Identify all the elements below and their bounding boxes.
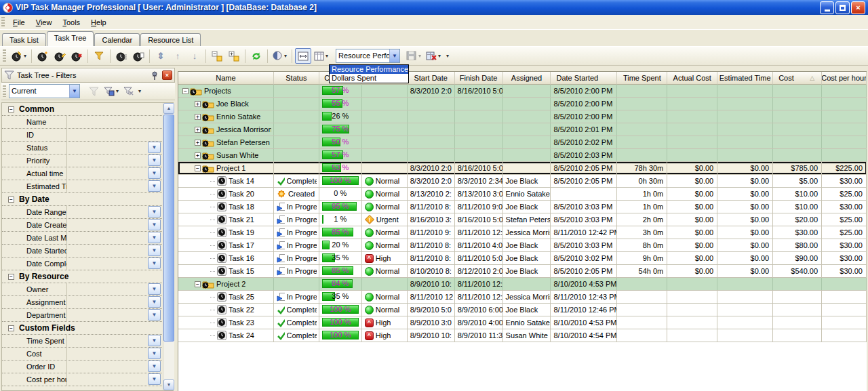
clear-filter-button[interactable] [121, 83, 137, 99]
tree-expander-expand[interactable]: + [195, 152, 201, 159]
filter-preset-combobox[interactable]: Current ▼ [9, 84, 80, 98]
clear-grouping-button[interactable]: ▾ [424, 48, 443, 64]
filter-dropdown-arrow-icon[interactable]: ▼ [148, 309, 161, 321]
column-header-finish-date[interactable]: Finish Date [455, 72, 503, 85]
tab-calendar[interactable]: Calendar [94, 33, 140, 46]
filter-field-value[interactable]: ▼ [66, 361, 173, 373]
filter-dropdown-arrow-icon[interactable]: ▼ [148, 258, 161, 269]
move-down-button[interactable]: ↓ [186, 48, 203, 64]
task-notes-button[interactable] [130, 48, 146, 64]
column-header-cost[interactable]: Cost△ [773, 72, 822, 85]
table-row-task-25[interactable]: Task 25In Progress35 %Normal8/11/2010 12… [178, 291, 867, 304]
table-row-projects[interactable]: −Projects57 %8/3/2010 2:08/16/2010 5:008… [178, 85, 867, 98]
filter-field-value[interactable]: ▼ [66, 245, 173, 257]
combobox-arrow-icon[interactable]: ▼ [69, 85, 79, 98]
filter-field-value[interactable] [66, 116, 173, 128]
table-row-task-14[interactable]: Task 14Completed100 %Normal8/3/2010 2:08… [178, 175, 867, 188]
apply-filter-button[interactable] [85, 83, 102, 99]
menu-item-help[interactable]: Help [85, 16, 112, 28]
save-filter-button[interactable]: ▾ [102, 83, 121, 99]
tree-expander-collapse[interactable]: − [195, 165, 201, 171]
minimize-button[interactable] [820, 1, 834, 14]
filter-dropdown-arrow-icon[interactable]: ▼ [148, 335, 161, 346]
tree-expander-expand[interactable]: + [195, 140, 201, 146]
filter-field-value[interactable]: ▼ [66, 232, 173, 244]
move-up-button[interactable]: ↑ [170, 48, 186, 64]
menu-item-file[interactable]: File [7, 16, 31, 28]
filter-section-custom-fields[interactable]: −Custom Fields [2, 322, 173, 335]
tab-resource-list[interactable]: Resource List [140, 33, 201, 46]
scrollbar-thumb[interactable] [163, 115, 174, 342]
filter-dropdown-arrow-icon[interactable]: ▼ [148, 296, 161, 308]
table-row-task-19[interactable]: Task 19In Progress85 %Normal8/11/2010 9:… [178, 226, 867, 239]
tree-expander-collapse[interactable]: − [195, 281, 201, 287]
column-header-date-started[interactable]: Date Started [551, 72, 617, 85]
column-header-name[interactable]: Name [178, 72, 274, 85]
filter-field-value[interactable]: ▼ [66, 180, 173, 192]
scroll-down-button[interactable]: ▼ [163, 379, 174, 390]
filter-field-value[interactable]: ▼ [66, 348, 173, 360]
filters-close-button[interactable]: × [162, 70, 172, 80]
filter-field-value[interactable]: ▼ [66, 335, 173, 347]
filter-field-value[interactable]: ▼ [66, 167, 173, 180]
table-row-task-21[interactable]: Task 21In Progress1 %!Urgent8/16/2010 3:… [178, 213, 867, 226]
dropdown-option-resource-performance[interactable]: Resource Performance [330, 65, 408, 74]
filter-field-value[interactable]: ▼ [66, 142, 173, 154]
filter-dropdown-arrow-icon[interactable]: ▼ [148, 180, 161, 192]
filter-field-value[interactable]: ▼ [66, 258, 173, 270]
filter-section-by-date[interactable]: −By Date [2, 193, 173, 206]
expand-all-button[interactable] [226, 48, 242, 64]
tree-expander-expand[interactable]: + [195, 101, 201, 107]
filter-dropdown-arrow-icon[interactable]: ▼ [148, 142, 161, 153]
view-options-button[interactable]: ▾ [271, 48, 289, 64]
filter-dropdown-arrow-icon[interactable]: ▼ [148, 373, 161, 385]
move-updown-button[interactable]: ⇕ [153, 48, 169, 64]
task-details-button[interactable] [113, 48, 130, 64]
column-header-actual-cost[interactable]: Actual Cost [667, 72, 717, 85]
filter-button[interactable] [91, 48, 107, 64]
fit-columns-button[interactable] [295, 48, 311, 64]
filter-dropdown-arrow-icon[interactable]: ▼ [148, 155, 161, 166]
close-button[interactable]: × [851, 1, 865, 14]
column-chooser-button[interactable]: ▾ [312, 48, 330, 64]
new-task-button[interactable]: ▾ [9, 48, 28, 64]
save-report-button[interactable]: ▾ [404, 48, 423, 64]
filter-field-value[interactable]: ▼ [66, 283, 173, 295]
collapse-box-icon[interactable]: − [8, 197, 14, 203]
tree-expander-collapse[interactable]: − [182, 88, 189, 94]
filter-field-value[interactable]: ▼ [66, 219, 173, 231]
collapse-box-icon[interactable]: − [8, 325, 14, 331]
table-row-task-20[interactable]: Task 20Created0 %Normal8/13/2010 2:8/13/… [178, 188, 867, 201]
filter-field-value[interactable]: ▼ [66, 206, 173, 218]
table-row-task-22[interactable]: Task 22Completed100 %Normal8/9/2010 5:08… [178, 304, 867, 316]
table-row-task-24[interactable]: Task 24Completed100 %^High8/9/2010 10:8/… [178, 329, 867, 342]
tab-task-list[interactable]: Task List [2, 33, 46, 46]
filter-field-value[interactable]: ▼ [66, 155, 173, 167]
filter-field-value[interactable]: ▼ [66, 296, 173, 308]
combobox-arrow-icon[interactable]: ▼ [389, 49, 399, 62]
table-row-stefan-petersen[interactable]: +Stefan Petersen50 %8/5/2010 2:02 PM [178, 136, 867, 149]
column-header-start-date[interactable]: Start Date [408, 72, 455, 85]
filter-dropdown-arrow-icon[interactable]: ▼ [148, 219, 161, 230]
chart-view-combobox[interactable]: Resource Performance ▼ [336, 49, 400, 63]
filter-dropdown-arrow-icon[interactable]: ▼ [148, 206, 161, 218]
table-row-susan-white[interactable]: +Susan White57 %8/5/2010 2:03 PM [178, 149, 867, 162]
filter-dropdown-arrow-icon[interactable]: ▼ [148, 167, 161, 179]
table-row-project-1[interactable]: −Project 153 %8/3/2010 2:08/16/2010 5:00… [178, 162, 867, 175]
collapse-all-button[interactable] [209, 48, 225, 64]
toolbar-overflow-button[interactable]: ▾ [446, 53, 449, 59]
menu-item-view[interactable]: View [31, 16, 58, 28]
table-row-task-23[interactable]: Task 23Completed100 %^High8/9/2010 3:08/… [178, 316, 867, 329]
table-row-task-15[interactable]: Task 15In Progress85 %Normal8/10/2010 8:… [178, 265, 867, 278]
menu-item-tools[interactable]: Tools [57, 16, 85, 28]
column-header-status[interactable]: Status [274, 72, 319, 85]
column-header-cost-per-hour[interactable]: Cost per hour [822, 72, 867, 85]
filters-scrollbar[interactable]: ▲ ▼ [163, 103, 174, 390]
table-row-jessica-morrison[interactable]: +Jessica Morrison75 %8/5/2010 2:01 PM [178, 123, 867, 136]
pin-icon[interactable] [149, 71, 160, 80]
table-row-project-2[interactable]: −Project 284 %8/9/2010 10:8/11/2010 12:8… [178, 278, 867, 291]
tree-expander-expand[interactable]: + [195, 114, 201, 120]
delete-task-button[interactable] [68, 48, 85, 64]
filter-dropdown-arrow-icon[interactable]: ▼ [148, 361, 161, 372]
collapse-box-icon[interactable]: − [8, 274, 14, 280]
